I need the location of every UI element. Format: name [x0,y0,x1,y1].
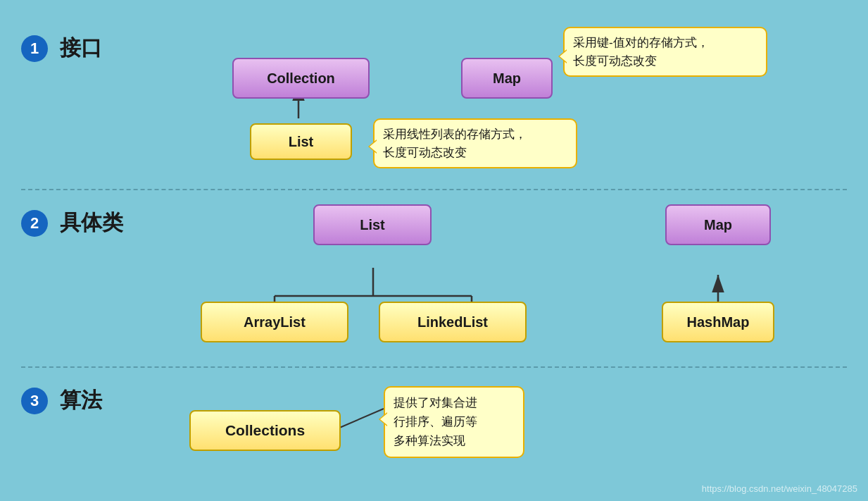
collections-tooltip: 提供了对集合进 行排序、遍历等 多种算法实现 [384,386,524,458]
hashmap-box: HashMap [662,302,774,342]
section1: 1 接口 Collection Map List 采用键-值对的存储方式， 长度… [0,14,868,183]
section2: 2 具体类 List Map ArrayList LinkedList Hash… [0,197,868,352]
list-tooltip-section1: 采用线性列表的存储方式， 长度可动态改变 [373,118,577,168]
section3: 3 算法 Collections 提供了对集合进 行排序、遍历等 多种算法实现 [0,373,868,486]
watermark: https://blog.csdn.net/weixin_48047285 [702,483,857,494]
collection-box: Collection [232,58,370,99]
arraylist-box: ArrayList [201,302,348,342]
divider2 [21,366,847,368]
list-box-section2: List [313,204,432,245]
section3-title: 算法 [60,386,102,415]
map-box-section2: Map [665,204,771,245]
linkedlist-box: LinkedList [379,302,527,342]
section2-badge: 2 [21,210,48,237]
section1-title: 接口 [60,34,102,63]
map-tooltip-section1: 采用键-值对的存储方式， 长度可动态改变 [563,27,767,77]
section3-badge: 3 [21,388,48,414]
list-box-section1: List [250,123,352,160]
map-box-section1: Map [461,58,553,99]
section1-badge: 1 [21,35,48,62]
divider1 [21,189,847,190]
collections-box: Collections [189,410,341,451]
section2-title: 具体类 [60,209,123,237]
